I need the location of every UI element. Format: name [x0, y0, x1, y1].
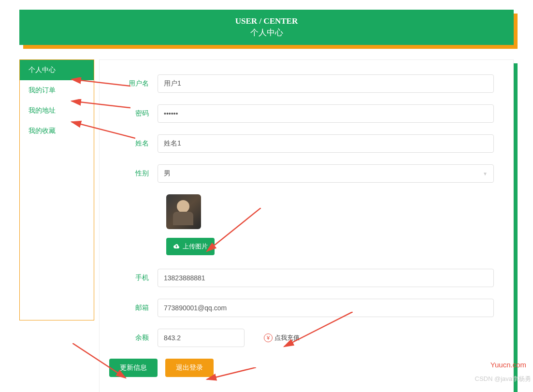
header-title-cn: 个人中心	[19, 27, 514, 38]
name-label: 姓名	[109, 139, 158, 148]
gender-value: 男	[164, 169, 171, 178]
avatar-image	[166, 194, 201, 229]
update-button[interactable]: 更新信息	[109, 359, 158, 377]
sidebar-item-orders[interactable]: 我的订单	[20, 80, 94, 101]
upload-label: 上传图片	[183, 242, 208, 251]
logout-button[interactable]: 退出登录	[165, 359, 214, 377]
recharge-label: 点我充值	[274, 334, 300, 342]
watermark-site: Yuucn.com	[490, 361, 526, 369]
cloud-upload-icon	[173, 243, 180, 250]
email-label: 邮箱	[109, 304, 158, 312]
sidebar-item-favorites[interactable]: 我的收藏	[20, 121, 94, 141]
yen-icon: ¥	[264, 334, 273, 342]
page-header: USER / CENTER 个人中心	[19, 10, 514, 45]
sidebar: 个人中心 我的订单 我的地址 我的收藏	[19, 59, 94, 320]
upload-button[interactable]: 上传图片	[166, 238, 215, 255]
recharge-link[interactable]: ¥ 点我充值	[264, 334, 300, 342]
phone-label: 手机	[109, 274, 158, 282]
email-input[interactable]	[158, 299, 494, 317]
phone-input[interactable]	[158, 269, 494, 287]
header-title-en: USER / CENTER	[19, 16, 514, 26]
password-input[interactable]	[158, 104, 494, 123]
balance-label: 余额	[109, 334, 158, 342]
form-panel: 用户名 密码 姓名 性别 男 ▼	[99, 59, 514, 392]
username-label: 用户名	[109, 79, 158, 88]
watermark-csdn: CSDN @java李杨勇	[475, 375, 532, 383]
balance-input[interactable]	[158, 329, 245, 347]
username-input[interactable]	[158, 74, 494, 93]
gender-select[interactable]: 男 ▼	[158, 164, 494, 183]
sidebar-item-profile[interactable]: 个人中心	[20, 60, 94, 80]
sidebar-item-address[interactable]: 我的地址	[20, 101, 94, 121]
gender-label: 性别	[109, 169, 158, 178]
name-input[interactable]	[158, 134, 494, 153]
password-label: 密码	[109, 109, 158, 118]
chevron-down-icon: ▼	[483, 171, 488, 176]
